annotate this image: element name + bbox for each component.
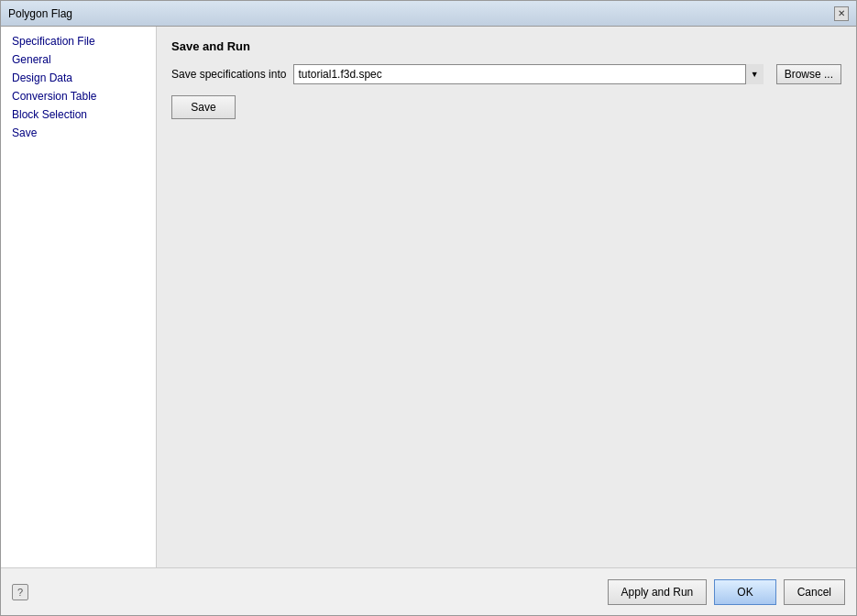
content-area (171, 119, 841, 555)
sidebar-item-block-selection[interactable]: Block Selection (1, 105, 156, 124)
main-content: Save and Run Save specifications into ▼ … (157, 27, 856, 567)
sidebar-item-conversion-table[interactable]: Conversion Table (1, 87, 156, 105)
combo-dropdown-button[interactable]: ▼ (745, 64, 764, 84)
save-into-label: Save specifications into (171, 68, 286, 81)
close-button[interactable]: ✕ (834, 6, 849, 21)
browse-button[interactable]: Browse ... (776, 64, 841, 84)
sidebar-spacer (1, 142, 156, 562)
save-button-row: Save (171, 95, 841, 119)
sidebar-item-specification-file[interactable]: Specification File (1, 32, 156, 50)
sidebar-item-general[interactable]: General (1, 50, 156, 69)
apply-run-button[interactable]: Apply and Run (608, 579, 708, 605)
help-button[interactable]: ? (12, 584, 28, 600)
chevron-down-icon: ▼ (751, 70, 759, 79)
dialog-body: Specification File General Design Data C… (1, 27, 856, 567)
window-title: Polygon Flag (8, 7, 72, 20)
sidebar: Specification File General Design Data C… (1, 27, 157, 567)
title-bar: Polygon Flag ✕ (1, 1, 856, 27)
save-row: Save specifications into ▼ Browse ... (171, 64, 841, 84)
cancel-button[interactable]: Cancel (784, 579, 845, 605)
close-icon: ✕ (838, 8, 845, 18)
ok-button[interactable]: OK (714, 579, 775, 605)
action-buttons: Apply and Run OK Cancel (608, 579, 845, 605)
save-combo-wrapper: ▼ (293, 64, 763, 84)
save-combo-input[interactable] (293, 64, 763, 84)
sidebar-item-save[interactable]: Save (1, 124, 156, 142)
section-title: Save and Run (171, 39, 841, 53)
sidebar-item-design-data[interactable]: Design Data (1, 69, 156, 87)
save-button[interactable]: Save (171, 95, 236, 119)
main-window: Polygon Flag ✕ Specification File Genera… (0, 0, 857, 616)
bottom-bar: ? Apply and Run OK Cancel (1, 567, 856, 615)
